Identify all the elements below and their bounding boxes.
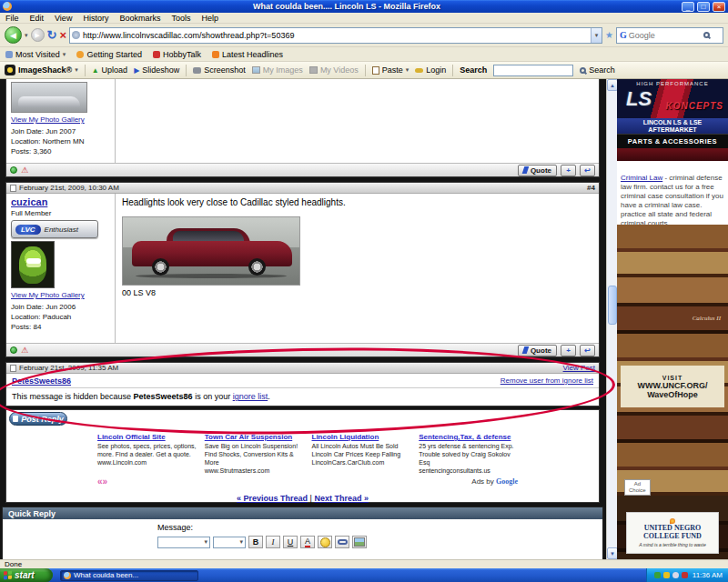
ad-title-link[interactable]: Lincoln Official Site <box>97 433 197 441</box>
update-tray-icon[interactable] <box>663 572 670 578</box>
menu-bookmarks[interactable]: Bookmarks <box>114 14 166 23</box>
multiquote-button[interactable]: + <box>561 165 576 176</box>
forward-button[interactable]: ▶ <box>31 28 45 42</box>
view-post-link[interactable]: View Post <box>563 364 595 372</box>
bookmark-icon <box>153 51 160 58</box>
report-post-icon[interactable]: ⚠ <box>21 346 28 355</box>
ad-url-link[interactable]: LincolnCars.CarClub.com <box>312 459 411 466</box>
ignored-username: PetesSweets86 <box>134 392 193 401</box>
menu-help[interactable]: Help <box>196 14 224 23</box>
size-select[interactable]: ▾ <box>213 537 246 548</box>
ad-title-link[interactable]: Town Car Air Suspension <box>205 433 304 441</box>
remove-from-ignore-list-link[interactable]: Remove user from ignore list <box>500 376 593 385</box>
upload-button[interactable]: ▲ Upload <box>92 65 127 75</box>
insert-link-button[interactable] <box>335 536 349 548</box>
menu-view[interactable]: View <box>49 14 77 23</box>
system-tray: 11:36 AM <box>646 568 728 582</box>
lincoln-ls-photo[interactable] <box>122 216 300 286</box>
photo-gallery-link[interactable]: View My Photo Gallery <box>11 291 85 299</box>
report-post-icon[interactable]: ⚠ <box>21 166 28 175</box>
font-color-button[interactable]: A <box>300 536 315 548</box>
back-history-chevron-icon[interactable]: ▾ <box>25 32 28 39</box>
reload-button[interactable]: ↻ <box>47 29 57 41</box>
bookmark-most-visited[interactable]: Most Visited ▾ <box>5 50 66 59</box>
uncf-books-ad[interactable]: Calculus II VISIT WWW.UNCF.ORG/ WaveOfHo… <box>617 225 728 559</box>
ignored-username-link[interactable]: PetesSweets86 <box>12 376 71 386</box>
url-input[interactable] <box>83 31 591 40</box>
criminal-law-link[interactable]: Criminal Law <box>621 174 662 182</box>
ignore-list-link[interactable]: ignore list <box>233 392 268 401</box>
ad-url-link[interactable]: sentencingconsultants.us <box>419 467 518 474</box>
sponsored-links: Lincoln Official Site See photos, specs,… <box>97 433 518 474</box>
bookmark-hobbytalk[interactable]: HobbyTalk <box>153 50 201 59</box>
vertical-scrollbar[interactable]: ▲ ▼ <box>606 79 617 559</box>
stop-button[interactable]: × <box>59 29 66 41</box>
web-search-input[interactable] <box>629 31 702 40</box>
post-number[interactable]: #4 <box>587 184 595 192</box>
font-select[interactable]: ▾ <box>157 537 210 548</box>
ls-koncepts-ad[interactable]: HIGH PERFORMANCE LS KONCEPTS <box>617 79 728 118</box>
menu-file[interactable]: File <box>0 14 25 23</box>
url-dropdown-icon[interactable]: ▾ <box>591 28 602 43</box>
next-thread-link[interactable]: Next Thread » <box>314 494 369 503</box>
quote-button[interactable]: Quote <box>518 345 557 356</box>
volume-tray-icon[interactable] <box>672 572 679 578</box>
ad-url-link[interactable]: www.Lincoln.com <box>97 459 197 466</box>
post-footer: ⚠ Quote + ↩ <box>6 343 599 356</box>
ad-choice-badge[interactable]: Ad Choice <box>624 479 651 496</box>
menu-history[interactable]: History <box>77 14 114 23</box>
ad-title-link[interactable]: Lincoln Liquidation <box>312 433 411 441</box>
bookmark-getting-started[interactable]: Getting Started <box>76 50 142 59</box>
screenshot-button[interactable]: Screenshot <box>193 65 246 75</box>
scrollbar-thumb[interactable] <box>608 286 617 325</box>
paste-button[interactable]: Paste ▾ <box>372 65 410 75</box>
underline-button[interactable]: U <box>283 536 298 548</box>
login-button[interactable]: Login <box>415 65 446 75</box>
imageshack-brand[interactable]: ImageShack® ▾ <box>5 65 78 75</box>
user-avatar[interactable] <box>11 241 55 288</box>
upload-arrow-icon: ▲ <box>92 66 99 75</box>
multiquote-button[interactable]: + <box>561 345 576 356</box>
search-magnifier-icon[interactable] <box>703 32 710 38</box>
close-button[interactable]: × <box>713 2 725 12</box>
previous-thread-link[interactable]: « Previous Thread <box>237 494 308 503</box>
imageshack-search-input[interactable] <box>493 65 573 76</box>
navigation-toolbar: ◀ ▾ ▶ ↻ × ▾ ★ G <box>0 24 728 47</box>
post-reply-button[interactable]: Post Reply <box>9 412 67 426</box>
taskbar-window-button[interactable]: What coulda been... <box>60 570 198 581</box>
maximize-button[interactable]: □ <box>697 2 710 12</box>
bold-button[interactable]: B <box>248 536 263 548</box>
quick-reply-button[interactable]: ↩ <box>580 345 595 356</box>
ad-url-link[interactable]: www.Strutmasters.com <box>205 467 304 474</box>
bookmark-latest-headlines[interactable]: Latest Headlines <box>212 50 283 59</box>
imageshack-search-button[interactable]: Search <box>580 65 615 75</box>
minimize-button[interactable]: _ <box>682 2 694 12</box>
smiley-button[interactable] <box>318 536 332 548</box>
username-link[interactable]: cuzican <box>11 196 47 207</box>
quote-button[interactable]: Quote <box>518 165 557 176</box>
slideshow-button[interactable]: ▶ Slideshow <box>134 65 179 75</box>
menu-tools[interactable]: Tools <box>166 14 196 23</box>
uncf-visit-text: VISIT WWW.UNCF.ORG/ WaveOfHope <box>621 366 724 407</box>
menu-edit[interactable]: Edit <box>25 14 50 23</box>
ad-title-link[interactable]: Sentencing,Tax, & defense <box>419 433 518 441</box>
photo-gallery-link[interactable]: View My Photo Gallery <box>11 115 85 124</box>
parts-accessories-banner[interactable]: PARTS & ACCESSORIES <box>617 134 728 148</box>
insert-image-button[interactable] <box>352 536 367 548</box>
bookmark-star-icon[interactable]: ★ <box>605 30 613 40</box>
user-photo-thumbnail[interactable] <box>11 82 87 113</box>
my-videos-button[interactable]: My Videos <box>309 65 359 75</box>
aftermarket-banner[interactable]: LINCOLN LS & LSE AFTERMARKET <box>617 118 728 134</box>
my-images-button[interactable]: My Images <box>252 65 303 75</box>
quick-reply-button[interactable]: ↩ <box>580 165 595 176</box>
back-button[interactable]: ◀ <box>5 26 22 44</box>
ads-by-google[interactable]: Ads by Google <box>471 477 518 486</box>
ad-next-arrow[interactable]: » <box>103 477 108 487</box>
italic-button[interactable]: I <box>266 536 280 548</box>
toolbar-separator <box>365 65 366 76</box>
windows-taskbar: start What coulda been... 11:36 AM <box>0 568 728 582</box>
quick-reply-header[interactable]: Quick Reply <box>3 507 602 519</box>
antivirus-tray-icon[interactable] <box>682 572 688 578</box>
security-tray-icon[interactable] <box>654 572 661 578</box>
start-button[interactable]: start <box>0 568 53 582</box>
